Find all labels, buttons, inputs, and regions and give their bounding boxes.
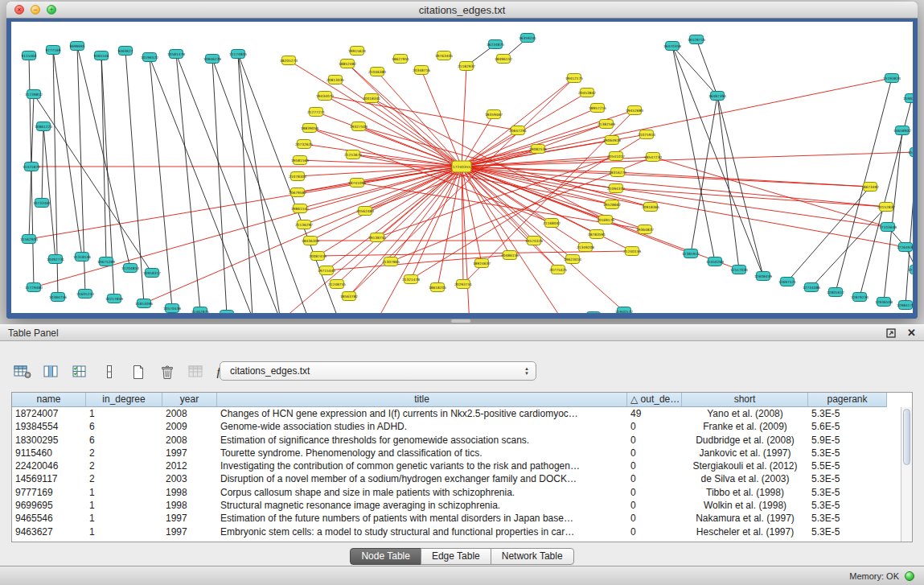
- graph-edge[interactable]: [377, 72, 462, 167]
- graph-node[interactable]: 12209483: [585, 312, 602, 314]
- import-table-icon[interactable]: [183, 360, 209, 383]
- graph-node[interactable]: 11462875: [191, 307, 209, 314]
- graph-node[interactable]: 10958317: [143, 269, 161, 278]
- graph-edge[interactable]: [672, 46, 715, 262]
- network-window-titlebar[interactable]: × − + citations_edges.txt: [6, 2, 918, 19]
- close-window-button[interactable]: ×: [14, 5, 24, 14]
- graph-node[interactable]: 20152837: [877, 203, 895, 212]
- graph-node[interactable]: 11239812: [25, 90, 43, 99]
- minimize-window-button[interactable]: −: [31, 5, 40, 14]
- graph-node[interactable]: 19064928: [603, 136, 621, 145]
- graph-node[interactable]: 21253674: [344, 150, 362, 159]
- table-row[interactable]: 1456911722003Disruption of a novel membe…: [12, 472, 912, 485]
- column-header-out_degree[interactable]: △ out_de…: [627, 393, 682, 407]
- graph-node[interactable]: 12734086: [803, 283, 820, 292]
- graph-node[interactable]: 18783591: [588, 230, 606, 239]
- graph-node[interactable]: 18924637: [473, 259, 491, 268]
- graph-node[interactable]: 12879234: [851, 293, 869, 302]
- graph-edge[interactable]: [912, 56, 913, 98]
- graph-node[interactable]: 18359467: [485, 110, 503, 119]
- table-options-icon[interactable]: [10, 360, 35, 383]
- graph-node[interactable]: 16234875: [487, 40, 504, 49]
- edit-columns-icon[interactable]: [68, 360, 93, 383]
- graph-node[interactable]: 20087419: [309, 252, 326, 261]
- graph-node[interactable]: 10492731: [47, 255, 64, 264]
- column-header-title[interactable]: title: [217, 393, 627, 407]
- graph-node[interactable]: 19327508: [350, 122, 368, 131]
- table-row[interactable]: 977716911998Corpus callosum shape and si…: [12, 486, 912, 499]
- graph-node[interactable]: 15982467: [903, 94, 913, 103]
- graph-edge[interactable]: [365, 167, 462, 211]
- table-selector[interactable]: citations_edges.txt ▲▼: [220, 361, 536, 381]
- graph-node[interactable]: 10675289: [97, 257, 115, 266]
- table-row[interactable]: 946362711997Embryonic stem cells: a mode…: [12, 525, 912, 538]
- scrollbar-thumb[interactable]: [903, 409, 910, 465]
- column-header-short[interactable]: short: [682, 393, 808, 407]
- graph-node[interactable]: 20486159: [501, 251, 519, 260]
- graph-node[interactable]: 21075914: [638, 130, 655, 139]
- graph-node[interactable]: 9777169: [45, 46, 60, 55]
- graph-node[interactable]: 15436187: [908, 148, 913, 157]
- graph-edge[interactable]: [618, 172, 870, 187]
- graph-node[interactable]: 18316274: [609, 168, 626, 177]
- graph-edge[interactable]: [34, 94, 152, 273]
- graph-node[interactable]: 21349208: [577, 243, 594, 252]
- show-columns-icon[interactable]: [39, 360, 64, 383]
- graph-edge[interactable]: [462, 66, 466, 167]
- graph-edge[interactable]: [176, 54, 200, 311]
- graph-node[interactable]: 20348716: [413, 66, 430, 75]
- graph-node[interactable]: 21277271: [307, 108, 325, 117]
- graph-edge[interactable]: [811, 207, 886, 287]
- graph-node[interactable]: 18741096: [348, 179, 366, 187]
- graph-edge[interactable]: [672, 46, 763, 276]
- graph-node[interactable]: 18563782: [340, 292, 358, 301]
- graph-node[interactable]: 20169176: [597, 216, 614, 225]
- graph-node[interactable]: 11940572: [615, 307, 633, 314]
- table-row[interactable]: 2242004622012Investigating the contribut…: [12, 459, 912, 472]
- graph-node[interactable]: 11425870: [23, 163, 40, 171]
- graph-node[interactable]: 20018341: [363, 94, 380, 103]
- graph-node[interactable]: 12805617: [827, 288, 844, 297]
- graph-node[interactable]: 9699695: [69, 42, 84, 51]
- graph-edge[interactable]: [672, 46, 717, 96]
- graph-node[interactable]: 10829164: [218, 311, 236, 314]
- graph-edge[interactable]: [43, 126, 55, 259]
- graph-node[interactable]: 19570328: [525, 237, 543, 245]
- graph-node[interactable]: 19412175: [565, 74, 583, 83]
- graph-node[interactable]: 21182937: [458, 62, 475, 71]
- graph-node[interactable]: 11562904: [20, 235, 38, 244]
- graph-node[interactable]: 16487394: [708, 92, 726, 101]
- graph-node[interactable]: 11318546: [73, 253, 91, 262]
- graph-node[interactable]: 21382569: [598, 120, 615, 129]
- graph-edge[interactable]: [238, 54, 253, 313]
- graph-node[interactable]: 21307865: [382, 257, 400, 266]
- graph-edge[interactable]: [53, 50, 82, 257]
- graph-node[interactable]: 12936508: [875, 298, 893, 307]
- graph-node[interactable]: 21094337: [607, 184, 625, 193]
- column-header-name[interactable]: name: [12, 393, 86, 407]
- graph-node[interactable]: 12697521: [778, 278, 796, 286]
- table-row[interactable]: 1938455462009Genome-wide association stu…: [12, 420, 912, 433]
- graph-node[interactable]: 21136297: [295, 220, 313, 229]
- graph-node[interactable]: 16359241: [519, 34, 536, 43]
- graph-node[interactable]: 17264930: [897, 243, 913, 252]
- graph-node[interactable]: 10570438: [163, 304, 181, 313]
- graph-node[interactable]: 10861223: [35, 122, 52, 131]
- graph-node[interactable]: 18673492: [861, 183, 879, 192]
- graph-node[interactable]: 14658902: [893, 126, 911, 135]
- graph-edge[interactable]: [696, 39, 717, 96]
- graph-node[interactable]: 18205273: [280, 56, 298, 65]
- graph-edge[interactable]: [238, 54, 281, 313]
- graph-node[interactable]: 18436309: [302, 237, 319, 245]
- graph-node[interactable]: 10196522: [141, 53, 158, 62]
- panel-resize-handle[interactable]: [450, 319, 471, 323]
- graph-node[interactable]: 10846239: [203, 55, 221, 64]
- graph-node[interactable]: 12450268: [706, 257, 724, 266]
- graph-edge[interactable]: [421, 70, 462, 167]
- graph-node[interactable]: 10581478: [167, 50, 185, 59]
- table-row[interactable]: 1830029562008Estimation of significance …: [12, 434, 912, 447]
- table-row[interactable]: 911546021997Tourette syndrome. Phenomeno…: [12, 447, 912, 459]
- tab-node-table[interactable]: Node Table: [350, 548, 421, 565]
- graph-node[interactable]: 11174805: [229, 50, 247, 59]
- graph-node[interactable]: 19581569: [291, 156, 309, 165]
